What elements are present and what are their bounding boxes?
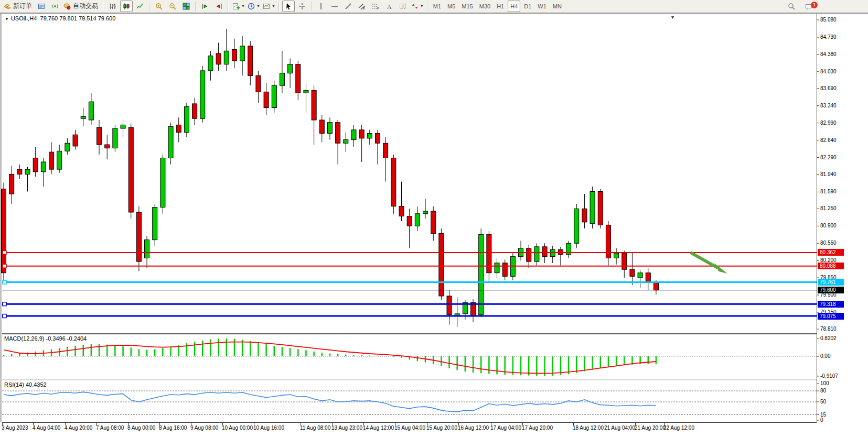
- chevron-down-icon: ▼: [420, 4, 424, 8]
- chart-canvas: [0, 13, 868, 437]
- label-icon: T: [399, 2, 407, 10]
- text-icon: A: [385, 2, 393, 10]
- line-handle[interactable]: [3, 302, 6, 306]
- price-tick-label: 84.730: [820, 34, 837, 40]
- timeframe-m1[interactable]: M1: [431, 1, 444, 12]
- rsi-tick-label: 50: [820, 399, 826, 405]
- text-button[interactable]: A: [383, 1, 395, 12]
- fibonacci-button[interactable]: F: [369, 1, 382, 12]
- toolbar-separator: [228, 2, 229, 11]
- crosshair-button[interactable]: [296, 1, 308, 12]
- text-label-button[interactable]: T: [397, 1, 409, 12]
- auto-scroll-button[interactable]: [199, 1, 211, 12]
- toolbar-button-label: M15: [459, 3, 475, 9]
- timeframe-mn[interactable]: MN: [550, 1, 564, 12]
- price-tick-label: 85.080: [820, 17, 837, 23]
- price-tick-label: 81.250: [820, 205, 837, 211]
- line-handle[interactable]: [3, 314, 6, 318]
- toolbar-separator: [427, 2, 428, 11]
- autotrade-icon: [63, 2, 71, 10]
- macd-tick-label: 0.8202: [820, 335, 837, 341]
- chat-button[interactable]: 1: [802, 1, 815, 12]
- price-tick-label: 84.380: [820, 51, 837, 57]
- line-chart-button[interactable]: [134, 1, 146, 12]
- rsi-tick-label: 0: [820, 417, 823, 423]
- time-axis-label: 15 Aug 04:00: [394, 425, 425, 431]
- chart-collapse-icon[interactable]: ▼: [5, 17, 9, 21]
- new-chart-button[interactable]: ▼: [231, 1, 245, 12]
- time-axis-label: 21 Aug 20:00: [635, 425, 666, 431]
- chart-window: ▼USOil-,H4 79.760 79.801 79.514 79.600 ▼…: [0, 13, 868, 437]
- price-tick-label: 82.290: [820, 155, 837, 160]
- line-handle[interactable]: [3, 264, 6, 268]
- time-axis-label: 21 Aug 04:00: [604, 425, 635, 431]
- toolbar-separator: [311, 2, 312, 11]
- bar-chart-icon: [109, 2, 117, 10]
- timeframe-m30[interactable]: M30: [477, 1, 493, 12]
- quotes-button[interactable]: [35, 1, 48, 12]
- vline-icon: [317, 2, 325, 10]
- chevron-down-icon: ▼: [272, 4, 275, 8]
- autotrade-button[interactable]: 自动交易: [62, 1, 100, 12]
- svg-text:A: A: [387, 3, 392, 10]
- horizontal-line-button[interactable]: [328, 1, 341, 12]
- time-axis-label: 13 Aug 23:00: [331, 425, 362, 431]
- time-axis-label: 11 Aug 08:00: [300, 425, 330, 431]
- auto-scroll-icon: [201, 2, 209, 10]
- toolbar-group: ▼▼▼: [231, 0, 276, 13]
- chart-shift-marker-icon[interactable]: ▼: [670, 15, 675, 20]
- toolbar-button-label: H4: [508, 3, 520, 9]
- chevron-down-icon: ▼: [241, 4, 245, 8]
- level-price-tag: 79.075: [818, 313, 844, 320]
- macd-indicator-label: MACD(12,26,9) -0.3496 -0.2404: [4, 335, 87, 342]
- trendline-button[interactable]: [342, 1, 355, 12]
- timeframe-h4[interactable]: H4: [508, 1, 520, 12]
- chart-shift-icon: [215, 2, 223, 10]
- timeframe-m5[interactable]: M5: [445, 1, 458, 12]
- timeframe-h1[interactable]: H1: [494, 1, 507, 12]
- signals-button[interactable]: [49, 1, 61, 12]
- zoom-out-button[interactable]: [166, 1, 179, 12]
- notification-badge: 1: [811, 2, 818, 8]
- arrows-button[interactable]: ▼: [410, 1, 424, 12]
- toolbar-button-label: M5: [445, 3, 457, 9]
- price-tick-label: 81.940: [820, 171, 837, 177]
- chart-symbol-period: USOil-,H4: [11, 15, 37, 21]
- fibo-icon: F: [371, 2, 380, 10]
- chart-shift-button[interactable]: [212, 1, 225, 12]
- search-icon: [787, 2, 796, 10]
- time-axis-label: 3 Aug 2023: [2, 425, 28, 431]
- new-order-icon: [3, 2, 12, 10]
- zoom-in-button[interactable]: [153, 1, 165, 12]
- time-axis-label: 8 Aug 16:00: [159, 425, 187, 431]
- time-axis-label: 17 Aug 20:00: [522, 425, 553, 431]
- candle-chart-button[interactable]: [120, 1, 133, 12]
- toolbar-button-label: 新订单: [12, 2, 34, 10]
- vertical-line-button[interactable]: [315, 1, 327, 12]
- templates-button[interactable]: ▼: [262, 1, 276, 12]
- new-order-button[interactable]: 新订单: [3, 1, 34, 12]
- time-axis-label: 4 Aug 04:00: [33, 425, 60, 431]
- bar-chart-button[interactable]: [106, 1, 119, 12]
- svg-text:T: T: [401, 4, 404, 9]
- periods-button[interactable]: ▼: [247, 1, 261, 12]
- candle-chart-icon: [122, 2, 131, 10]
- level-price-tag: 80.088: [818, 263, 844, 269]
- mt4-window: 新订单自动交易▼▼▼EFAT▼M1M5M15M30H1H4D1W1MN1 ▼US…: [0, 0, 868, 437]
- line-handle[interactable]: [3, 250, 6, 254]
- macd-tick-label: -0.9107: [820, 373, 838, 379]
- rsi-indicator-label: RSI(14) 40.4352: [4, 381, 47, 388]
- time-axis-label: 16 Aug 12:00: [458, 425, 489, 431]
- cursor-button[interactable]: [282, 1, 295, 12]
- line-handle[interactable]: [3, 280, 6, 284]
- time-axis-label: 8 Aug 00:00: [127, 425, 155, 431]
- equidistant-channel-button[interactable]: E: [356, 1, 368, 12]
- timeframe-w1[interactable]: W1: [535, 1, 549, 12]
- timeframe-d1[interactable]: D1: [521, 1, 534, 12]
- price-tick-label: 82.990: [820, 120, 837, 126]
- search-button[interactable]: [785, 1, 798, 12]
- price-tick-label: 78.810: [820, 326, 837, 332]
- timeframe-m15[interactable]: M15: [459, 1, 475, 12]
- toolbar-group: [198, 0, 226, 13]
- tile-windows-button[interactable]: [180, 1, 192, 12]
